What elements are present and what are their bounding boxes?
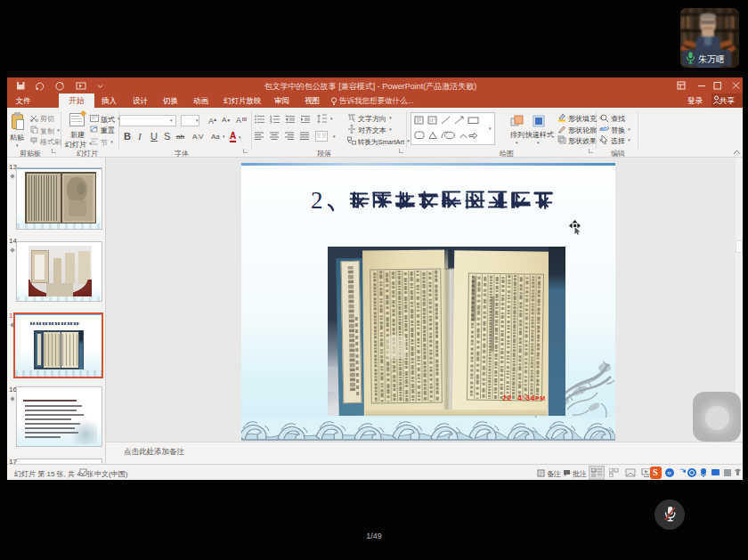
svg-text:¤: ¤ (667, 469, 671, 477)
svg-text:2: 2 (311, 187, 323, 214)
svg-text:ab: ab (600, 126, 607, 132)
